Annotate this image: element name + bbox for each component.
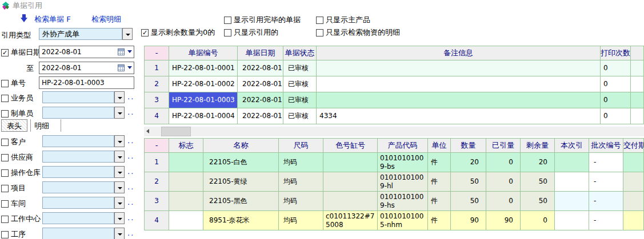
checkbox-creator[interactable]: 制单员 bbox=[1, 108, 33, 119]
detail-row[interactable]: 2 22105-黄绿 均码 01010101009-hl 件 50 0 50 - bbox=[145, 172, 644, 192]
material-name-cell[interactable]: 22105-黑色 bbox=[203, 192, 279, 211]
tab-detail[interactable]: 明细 bbox=[34, 121, 49, 131]
checkbox-doc-date[interactable]: 单据日期 bbox=[1, 47, 41, 58]
warehouse-select[interactable] bbox=[42, 166, 114, 178]
column-header-unit[interactable]: 单位 bbox=[428, 139, 451, 153]
batch-no-cell[interactable]: - bbox=[589, 192, 623, 211]
search-details-button[interactable]: 检索明细 bbox=[91, 14, 121, 25]
ref-type-dropdown-button[interactable] bbox=[122, 28, 133, 40]
warehouse-dropdown-button[interactable] bbox=[114, 166, 125, 178]
checkbox-show-fully-referenced[interactable]: 显示引用完毕的单据 bbox=[224, 15, 301, 25]
checkbox-supplier[interactable]: 供应商 bbox=[1, 152, 33, 163]
process-browse-link[interactable]: .. bbox=[127, 229, 134, 237]
column-header-index[interactable]: - bbox=[145, 139, 169, 153]
workshop-browse-link[interactable]: .. bbox=[127, 198, 134, 206]
doc-no-cell[interactable]: HP-22-08-01-0004 bbox=[169, 108, 238, 124]
checkbox-show-only-referenced[interactable]: 只显示引用的 bbox=[224, 27, 278, 38]
doc-no-cell[interactable]: HP-22-08-01-0001 bbox=[169, 60, 238, 76]
work-center-browse-link[interactable]: .. bbox=[127, 213, 134, 222]
this-ref-qty-cell[interactable] bbox=[555, 211, 589, 230]
detail-row[interactable]: 1 22105-白色 均码 01010101009-bs 件 20 0 20 - bbox=[145, 153, 644, 172]
batch-no-cell[interactable]: - bbox=[589, 153, 623, 172]
column-header-color-vat[interactable]: 色号缸号 bbox=[323, 139, 378, 153]
doc-no-input[interactable]: HP-22-08-01-0003 bbox=[39, 76, 134, 89]
batch-no-cell[interactable]: - bbox=[589, 172, 623, 192]
checkbox-customer[interactable]: 客户 bbox=[1, 137, 26, 147]
warehouse-browse-link[interactable]: .. bbox=[127, 167, 134, 176]
column-header-remaining-qty[interactable]: 剩余量 bbox=[521, 139, 555, 153]
checkbox-process[interactable]: 工序 bbox=[1, 229, 26, 239]
supplier-dropdown-button[interactable] bbox=[114, 151, 125, 163]
material-name-cell[interactable]: 8951-奈花米 bbox=[203, 211, 279, 230]
supplier-select[interactable] bbox=[42, 151, 114, 163]
checkbox-project[interactable]: 项目 bbox=[1, 183, 26, 193]
column-header-flag[interactable]: 标志 bbox=[169, 139, 203, 153]
column-header-print-count[interactable]: 打印次数 bbox=[601, 46, 631, 60]
work-center-dropdown-button[interactable] bbox=[114, 212, 125, 224]
column-header-referenced-qty[interactable]: 已引量 bbox=[486, 139, 521, 153]
customer-browse-link[interactable]: .. bbox=[127, 136, 134, 145]
salesman-browse-link[interactable]: .. bbox=[127, 92, 134, 101]
checkbox-warehouse[interactable]: 操作仓库 bbox=[1, 168, 41, 178]
table-row-selected[interactable]: 3 HP-22-08-01-0003 2022-08-01 已审核 0 bbox=[145, 92, 644, 108]
checkbox-show-zero-remaining[interactable]: 显示剩余数量为0的 bbox=[141, 27, 215, 38]
detail-row[interactable]: 4 8951-奈花米 均码 c01011322#75008 0101010100… bbox=[145, 211, 644, 230]
column-header-product-code[interactable]: 产品代码 bbox=[378, 139, 428, 153]
column-header-name[interactable]: 名称 bbox=[203, 139, 279, 153]
scroll-left-button[interactable] bbox=[144, 127, 154, 136]
execute-reference-button[interactable] bbox=[21, 14, 28, 22]
process-select[interactable] bbox=[42, 228, 114, 239]
column-header-this-ref-qty[interactable]: 本次引 bbox=[555, 139, 589, 153]
scrollbar-thumb[interactable] bbox=[161, 127, 191, 136]
column-header-doc-no[interactable]: 单据编号 bbox=[169, 46, 238, 60]
project-select[interactable] bbox=[42, 181, 114, 193]
column-header-status[interactable]: 单据状态 bbox=[283, 46, 317, 60]
salesman-dropdown-button[interactable] bbox=[114, 91, 125, 103]
work-center-select[interactable] bbox=[42, 212, 114, 224]
salesman-select[interactable] bbox=[42, 91, 114, 103]
material-name-cell[interactable]: 22105-白色 bbox=[203, 153, 279, 172]
date-dropdown-icon[interactable] bbox=[127, 66, 132, 69]
doc-no-cell[interactable]: HP-22-08-01-0002 bbox=[169, 76, 238, 92]
checkbox-doc-no[interactable]: 单号 bbox=[1, 78, 26, 88]
this-ref-qty-cell[interactable] bbox=[555, 192, 589, 211]
calendar-icon[interactable] bbox=[118, 48, 125, 55]
creator-dropdown-button[interactable] bbox=[114, 107, 125, 119]
checkbox-only-searched-material-detail[interactable]: 只显示检索物资的明细 bbox=[316, 27, 400, 38]
checkbox-salesman[interactable]: 业务员 bbox=[1, 93, 33, 103]
project-dropdown-button[interactable] bbox=[114, 181, 125, 193]
workshop-dropdown-button[interactable] bbox=[114, 197, 125, 209]
horizontal-scrollbar[interactable] bbox=[144, 127, 644, 136]
column-header-delivery[interactable]: 交付期 bbox=[623, 139, 644, 153]
search-documents-button[interactable]: 检索单据 F bbox=[34, 14, 71, 25]
batch-no-cell[interactable]: - bbox=[589, 211, 623, 230]
customer-select[interactable] bbox=[42, 135, 114, 147]
workshop-select[interactable] bbox=[42, 197, 114, 209]
table-row[interactable]: 4 HP-22-08-01-0004 2022-08-01 已审核 4334 0 bbox=[145, 108, 644, 124]
checkbox-workshop[interactable]: 车间 bbox=[1, 199, 26, 209]
checkbox-only-main-product[interactable]: 只显示主产品 bbox=[316, 15, 370, 25]
selected-doc-no-cell[interactable]: HP-22-08-01-0003 bbox=[169, 92, 238, 108]
process-dropdown-button[interactable] bbox=[114, 228, 125, 239]
tab-header[interactable]: 表头 bbox=[1, 119, 27, 132]
column-header-size[interactable]: 尺码 bbox=[279, 139, 323, 153]
creator-browse-link[interactable]: .. bbox=[127, 108, 134, 116]
supplier-browse-link[interactable]: .. bbox=[127, 152, 134, 160]
column-header-batch-no[interactable]: 批次编号 bbox=[589, 139, 623, 153]
calendar-icon[interactable] bbox=[118, 64, 125, 71]
material-name-cell[interactable]: 22105-黄绿 bbox=[203, 172, 279, 192]
table-row[interactable]: 2 HP-22-08-01-0002 2022-08-01 已审核 0 bbox=[145, 76, 644, 92]
column-header-remark[interactable]: 备注信息 bbox=[317, 46, 601, 60]
this-ref-qty-cell[interactable] bbox=[555, 172, 589, 192]
column-header-qty[interactable]: 数量 bbox=[451, 139, 486, 153]
customer-dropdown-button[interactable] bbox=[114, 135, 125, 147]
table-row[interactable]: 1 HP-22-08-01-0001 2022-08-01 已审核 0 bbox=[145, 60, 644, 76]
creator-select[interactable] bbox=[42, 107, 114, 119]
column-header-doc-date[interactable]: 单据日期 bbox=[238, 46, 283, 60]
date-dropdown-icon[interactable] bbox=[127, 50, 132, 53]
ref-type-select[interactable]: 外协产成单 bbox=[39, 28, 122, 40]
project-browse-link[interactable]: .. bbox=[127, 183, 134, 191]
detail-row[interactable]: 3 22105-黑色 均码 01010101009-hs 件 50 0 50 - bbox=[145, 192, 644, 211]
checkbox-work-center[interactable]: 工作中心 bbox=[1, 214, 41, 224]
this-ref-qty-cell[interactable] bbox=[555, 153, 589, 172]
